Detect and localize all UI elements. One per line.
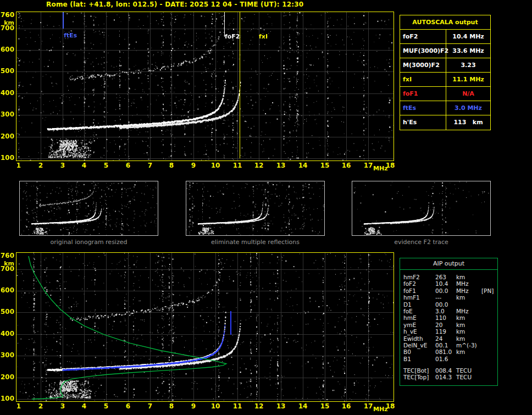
- x-tick-label: 13: [275, 403, 287, 410]
- aip-name: TEC[Top]: [403, 374, 435, 380]
- x-tick-label: 2: [35, 162, 47, 169]
- autoscala-table: AUTOSCALA output foF210.4 MHzMUF(3000)F2…: [400, 15, 491, 130]
- autoscala-row-label: fxI: [400, 73, 446, 86]
- thumbnail-original-canvas: [20, 181, 158, 235]
- x-tick-label: 17: [362, 403, 374, 410]
- thumbnail-evidence-f2: [352, 181, 491, 236]
- aip-note: [481, 322, 494, 328]
- y-axis-unit-km: km: [0, 19, 14, 26]
- aip-note: [481, 342, 494, 348]
- autoscala-row-value: 33.6 MHz: [446, 44, 490, 58]
- y-tick-label: 300: [0, 111, 14, 118]
- thumbnail-caption-original: original ionogram resized: [19, 239, 158, 246]
- y-tick-label: 500: [0, 308, 14, 316]
- aip-unit: [456, 301, 481, 308]
- autoscala-row-fof1: foF1N/A: [400, 87, 490, 101]
- aip-unit: km: [456, 328, 481, 335]
- aip-table-rows: hmF2263kmfoF210.4MHzfoF100.0MHz[PN]hmF1-…: [400, 270, 497, 381]
- aip-name: foF1: [403, 287, 435, 294]
- aip-row-fof1: foF100.0MHz[PN]: [403, 287, 494, 294]
- autoscala-row-fof2: foF210.4 MHz: [400, 30, 490, 44]
- aip-unit: km: [456, 335, 481, 342]
- autoscala-row-label: foF2: [400, 30, 446, 43]
- thumbnail-eliminate-canvas: [186, 181, 324, 235]
- aip-row-hve: h_vE119km: [403, 328, 494, 335]
- fof2-marker-label: foF2: [225, 33, 240, 40]
- y-tick-label: 200: [0, 374, 14, 381]
- x-tick-label: 16: [340, 403, 352, 410]
- x-tick-label: 10: [209, 162, 221, 169]
- aip-row-fof2: foF210.4MHz: [403, 280, 494, 287]
- autoscala-row-ftes: ftEs3.0 MHz: [400, 101, 490, 115]
- station-title: Rome (lat: +41.8, lon: 012.5) - DATE: 20…: [46, 1, 303, 8]
- autoscala-row-value: 10.4 MHz: [446, 30, 490, 43]
- aip-name: DelN_vE: [403, 342, 435, 348]
- autoscala-table-rows: foF210.4 MHzMUF(3000)F233.6 MHzM(3000)F2…: [400, 30, 490, 130]
- x-tick-label: 6: [122, 162, 134, 169]
- thumbnail-original-ionogram: [19, 181, 158, 236]
- autoscala-row-value: 3.23: [446, 58, 490, 72]
- x-tick-label: 12: [253, 403, 265, 410]
- aip-unit: MHz: [456, 287, 481, 294]
- aip-note: [PN]: [481, 287, 494, 294]
- aip-note: [481, 374, 494, 380]
- autoscala-row-label: foF1: [400, 87, 446, 101]
- y-tick-label: 600: [0, 287, 14, 294]
- autoscala-row-m3000f2: M(3000)F23.23: [400, 58, 490, 73]
- x-tick-label: 3: [57, 403, 69, 410]
- autoscala-row-muf3000f2: MUF(3000)F233.6 MHz: [400, 44, 490, 58]
- aip-name: hmF2: [403, 274, 435, 280]
- aip-unit: MHz: [456, 280, 481, 287]
- aip-name: foF2: [403, 280, 435, 287]
- y-tick-label: 600: [0, 46, 14, 53]
- aip-val: 01.6: [435, 356, 456, 362]
- aip-name: TEC[Bot]: [403, 367, 435, 374]
- aip-note: [481, 308, 494, 314]
- aip-note: [481, 356, 494, 362]
- aip-row-hmf1: hmF1---km: [403, 294, 494, 301]
- aip-val: 10.4: [435, 280, 456, 287]
- aip-val: 00.0: [435, 301, 456, 308]
- autoscala-row-value: 11.1 MHz: [446, 73, 490, 86]
- y-tick-label: 100: [0, 395, 14, 402]
- fxi-marker-label: fxI: [259, 33, 268, 40]
- x-tick-label: 11: [231, 403, 243, 410]
- ionogram-top-plot: ftEs foF2 fxI: [16, 12, 394, 161]
- aip-val: 24: [435, 335, 456, 342]
- x-axis-unit-mhz: MHz: [373, 165, 388, 172]
- ionogram-bottom-canvas: [16, 253, 394, 401]
- x-tick-label: 8: [165, 162, 178, 169]
- x-axis-unit-mhz: MHz: [373, 406, 388, 413]
- x-tick-label: 2: [35, 403, 47, 410]
- y-tick-label: 400: [0, 90, 14, 97]
- ionogram-bottom-plot: [16, 252, 394, 402]
- x-tick-label: 9: [187, 403, 199, 410]
- x-tick-label: 10: [209, 403, 221, 410]
- aip-note: [481, 314, 494, 321]
- aip-note: [481, 301, 494, 308]
- aip-row-tecbot: TEC[Bot]008.4TECU: [403, 367, 494, 374]
- x-tick-label: 3: [57, 162, 69, 169]
- autoscala-row-label: MUF(3000)F2: [400, 44, 446, 58]
- y-axis-unit-km: km: [0, 260, 14, 267]
- aip-unit: km: [456, 294, 481, 301]
- aip-val: 00.1: [435, 342, 456, 348]
- y-tick-label: 500: [0, 68, 14, 75]
- aip-unit: km: [456, 348, 481, 355]
- aip-val: 00.0: [435, 287, 456, 294]
- x-tick-label: 1: [13, 162, 25, 169]
- aip-val: 263: [435, 274, 456, 280]
- aip-unit: MHz: [456, 308, 481, 314]
- aip-row-yme: ymE20km: [403, 322, 494, 328]
- aip-note: [481, 294, 494, 301]
- aip-name: hmE: [403, 314, 435, 321]
- aip-row-ewidth: Ewidth24km: [403, 335, 494, 342]
- autoscala-row-hes: h'Es113 km: [400, 115, 490, 130]
- x-tick-label: 11: [231, 162, 243, 169]
- aip-unit: km: [456, 314, 481, 321]
- aip-note: [481, 328, 494, 335]
- y-tick-label: 760: [0, 252, 14, 259]
- aip-unit: km: [456, 322, 481, 328]
- aip-val: 081.0: [435, 348, 456, 355]
- aip-row-delnve: DelN_vE00.1m^(-3): [403, 342, 494, 348]
